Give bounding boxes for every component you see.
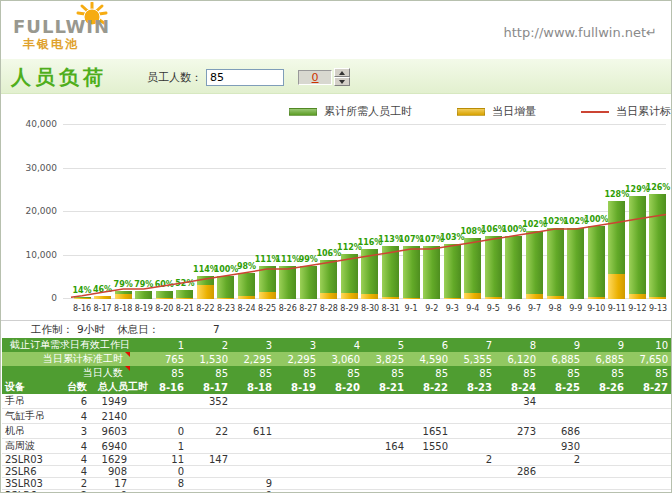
device-name: 2SLR03 bbox=[2, 454, 62, 466]
page-title: 人员负荷 bbox=[11, 64, 107, 91]
title-band: 人员负荷 员工人数： 0 bbox=[1, 59, 672, 94]
device-name: 3SLR6 bbox=[2, 490, 62, 493]
meta-cell: 3 bbox=[232, 338, 276, 352]
device-row: 高周波4694011641550930 bbox=[2, 439, 672, 454]
standard-hours-line bbox=[63, 125, 666, 299]
fullwin-logo: FULLWIN 丰银电池 bbox=[13, 4, 123, 56]
meta-cell: 6,885 bbox=[584, 352, 628, 366]
units-column-header: 台数 bbox=[62, 380, 92, 394]
daily-hours-cell bbox=[364, 466, 408, 478]
spinner-up-button[interactable] bbox=[334, 68, 350, 77]
daily-hours-cell: 1 bbox=[132, 439, 188, 454]
daily-hours-cell: 9 bbox=[232, 490, 276, 493]
daily-hours-cell: 0 bbox=[132, 466, 188, 478]
daily-hours-cell bbox=[188, 478, 232, 490]
meta-cell: 3,060 bbox=[320, 352, 364, 366]
meta-cell: 85 bbox=[320, 366, 364, 380]
daily-hours-cell bbox=[232, 454, 276, 466]
staff-count-label: 员工人数： bbox=[147, 70, 202, 85]
daily-hours-cell bbox=[188, 439, 232, 454]
meta-cell: 765 bbox=[132, 352, 188, 366]
rest-day-value: 7 bbox=[213, 323, 220, 335]
daily-hours-cell bbox=[628, 409, 672, 424]
daily-hours-cell: 164 bbox=[364, 439, 408, 454]
daily-hours-cell bbox=[496, 409, 540, 424]
capacity-table: 截止订单需求日有效工作日1233456789910当日累计标准工时7651,53… bbox=[2, 338, 672, 493]
meta-row: 当日累计标准工时7651,5302,2952,2953,0603,8254,59… bbox=[2, 352, 672, 366]
daily-hours-cell bbox=[540, 490, 584, 493]
daily-hours-cell bbox=[584, 394, 628, 409]
total-person-hours: 908 bbox=[92, 466, 132, 478]
daily-hours-cell: 352 bbox=[188, 394, 232, 409]
daily-hours-cell bbox=[276, 490, 320, 493]
x-tick-label: 9-13 bbox=[643, 304, 672, 313]
daily-hours-cell bbox=[276, 409, 320, 424]
daily-hours-cell bbox=[320, 424, 364, 439]
daily-hours-cell bbox=[540, 394, 584, 409]
y-tick-label: 10,000 bbox=[11, 250, 57, 260]
daily-hours-cell bbox=[408, 478, 452, 490]
daily-hours-cell bbox=[452, 466, 496, 478]
date-column-header: 8-27 bbox=[628, 380, 672, 394]
legend-item: 当日增量 bbox=[457, 104, 536, 119]
unit-count: 4 bbox=[62, 454, 92, 466]
meta-cell: 6,885 bbox=[540, 352, 584, 366]
meta-cell: 2 bbox=[188, 338, 232, 352]
meta-row-label: 截止订单需求日有效工作日 bbox=[2, 338, 132, 352]
device-column-header: 设备 bbox=[2, 380, 62, 394]
meta-cell: 85 bbox=[584, 366, 628, 380]
daily-hours-cell: 611 bbox=[232, 424, 276, 439]
spinner-value-display: 0 bbox=[298, 70, 332, 85]
unit-count: 4 bbox=[62, 439, 92, 454]
meta-cell: 85 bbox=[452, 366, 496, 380]
daily-hours-cell bbox=[232, 466, 276, 478]
meta-cell: 4 bbox=[320, 338, 364, 352]
device-row: 3SLR0321789 bbox=[2, 478, 672, 490]
daily-hours-cell: 2 bbox=[540, 454, 584, 466]
y-tick-label: 20,000 bbox=[11, 206, 57, 216]
device-name: 手吊 bbox=[2, 394, 62, 409]
daily-hours-cell bbox=[584, 454, 628, 466]
meta-cell: 85 bbox=[540, 366, 584, 380]
meta-cell: 7,650 bbox=[628, 352, 672, 366]
meta-row-label: 当日累计标准工时 bbox=[2, 352, 132, 366]
meta-cell: 3,825 bbox=[364, 352, 408, 366]
daily-hours-cell bbox=[496, 478, 540, 490]
daily-hours-cell bbox=[628, 466, 672, 478]
total-person-hours: 9 bbox=[92, 490, 132, 493]
legend-line-swatch bbox=[581, 111, 609, 113]
meta-cell: 85 bbox=[188, 366, 232, 380]
total-person-hours: 6940 bbox=[92, 439, 132, 454]
spinner-down-button[interactable] bbox=[334, 77, 350, 86]
meta-cell: 2,295 bbox=[232, 352, 276, 366]
table-header-row: 设备台数总人员工时8-168-178-188-198-208-218-228-2… bbox=[2, 380, 672, 394]
daily-hours-cell bbox=[364, 424, 408, 439]
date-column-header: 8-25 bbox=[540, 380, 584, 394]
meta-row: 当日人数858585858585858585858585 bbox=[2, 366, 672, 380]
daily-hours-cell bbox=[496, 439, 540, 454]
daily-hours-cell bbox=[408, 454, 452, 466]
unit-count: 2 bbox=[62, 478, 92, 490]
daily-hours-cell bbox=[132, 409, 188, 424]
daily-hours-cell bbox=[132, 490, 188, 493]
daily-hours-cell: 286 bbox=[496, 466, 540, 478]
schedule-row: 工作制： 9小时 休息日： 7 bbox=[1, 320, 672, 337]
meta-cell: 85 bbox=[628, 366, 672, 380]
meta-cell: 3 bbox=[276, 338, 320, 352]
daily-hours-cell: 22 bbox=[188, 424, 232, 439]
logo-subtitle-text: 丰银电池 bbox=[23, 36, 79, 53]
daily-hours-cell bbox=[320, 394, 364, 409]
daily-hours-cell bbox=[452, 409, 496, 424]
daily-hours-cell bbox=[364, 394, 408, 409]
meta-cell: 6,120 bbox=[496, 352, 540, 366]
arrow-down-icon bbox=[339, 80, 345, 84]
daily-hours-cell bbox=[408, 490, 452, 493]
comment-marker-icon bbox=[125, 352, 130, 357]
staff-count-input[interactable] bbox=[206, 69, 284, 86]
logo-brand-text: FULLWIN bbox=[13, 16, 110, 37]
total-person-hours: 9603 bbox=[92, 424, 132, 439]
daily-hours-cell: 34 bbox=[496, 394, 540, 409]
meta-cell: 1,530 bbox=[188, 352, 232, 366]
daily-hours-cell: 1550 bbox=[408, 439, 452, 454]
legend-item: 累计所需人员工时 bbox=[289, 104, 412, 119]
